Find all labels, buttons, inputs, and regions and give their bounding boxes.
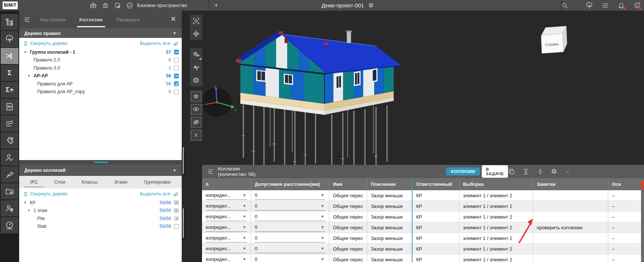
collision-tab-IFC[interactable]: IFC [29,178,38,186]
table-row[interactable]: еопредел...▼0▼Общее пересЗазор меньшеКРэ… [202,222,644,233]
collapse-tree-link[interactable]: Свернуть дерево [24,41,68,46]
project-tree-icon[interactable] [585,1,593,10]
chevron-down-icon[interactable]: ▼ [243,236,247,240]
tree-row[interactable]: Правило 2.0 0 [19,56,182,64]
tree-row[interactable]: Правило для АР 56 [19,80,182,88]
chevron-down-icon[interactable]: ▼ [243,247,247,251]
app-logo[interactable]: BiMiT [3,1,18,9]
dropdown-value[interactable]: 0 [255,224,257,230]
tree-menu-icon[interactable] [24,16,31,23]
select-all-link[interactable]: Выделить всё [140,41,179,46]
nature-tree-icon[interactable] [1,31,18,47]
chevron-down-icon[interactable]: ▼ [321,236,325,240]
gauge-icon[interactable] [1,217,18,233]
checkbox[interactable] [174,58,179,63]
sigma-icon[interactable]: Σ [1,65,18,81]
collision-tab-Этажи[interactable]: Этажи [113,178,128,186]
2d-drawing-icon[interactable]: 2D [1,99,18,115]
splitter-handle[interactable] [94,162,108,163]
collision-tree-header[interactable]: Дерево коллизий ▼ [19,164,182,176]
caret-down-icon[interactable]: ▼ [27,209,34,212]
close-icon[interactable]: ✕ [169,15,177,23]
chevron-down-icon[interactable] [564,169,570,174]
copy-icon[interactable] [508,168,515,175]
column-header-type[interactable]: п [202,178,251,190]
panel-scrollbar-lower[interactable] [183,208,184,238]
tree-row[interactable]: ▼ 1 этаж 56/56 [19,207,182,215]
table-scrollbar-thumb[interactable] [641,180,644,190]
panel-scrollbar[interactable] [183,147,184,174]
checkbox[interactable] [174,89,179,94]
collision-tab-Классы[interactable]: Классы [81,178,98,186]
dropdown-value[interactable]: еопредел... [206,214,231,219]
caret-down-icon[interactable]: ▼ [24,201,30,205]
checkbox[interactable] [174,50,179,54]
chevron-down-icon[interactable]: ▼ [243,257,247,261]
column-header-axes[interactable]: Оси [608,178,643,190]
rules-tree-header[interactable]: Дерево правил ▼ [19,28,182,38]
dropdown-value[interactable]: еопредел... [206,192,231,198]
collisions-toggle-button[interactable]: КОЛЛИЗИИ [446,167,480,176]
dropdown-value[interactable]: еопредел... [206,235,231,241]
chevron-down-icon[interactable]: ▼ [321,247,325,251]
hide-eye-off-icon[interactable] [190,116,202,128]
history-icon[interactable]: 10 [633,1,641,10]
puzzle-icon[interactable] [1,132,18,149]
checkbox[interactable] [174,224,179,229]
table-row[interactable]: еопредел...▼0▼Общее пересЗазор меньшеКРэ… [202,201,644,212]
clip-plane-icon[interactable] [190,61,202,74]
bell-icon[interactable] [617,1,625,10]
collapse-vertical-icon[interactable] [537,168,544,175]
table-row[interactable]: еопредел...▼0▼Общее пересЗазор меньшеКРэ… [202,254,644,262]
people-icon[interactable] [102,2,109,9]
workspace-selector[interactable]: Базовое пространство ▼ [137,0,218,11]
dropdown-value[interactable]: 0 [255,256,257,262]
table-row[interactable]: еопредел...▼0▼Общее пересЗазор меньшеКРэ… [202,212,644,222]
focus-frame-icon[interactable] [190,15,202,27]
dropdown-value[interactable]: 0 [255,192,257,198]
collision-shuffle-icon[interactable] [1,48,18,64]
list-icon[interactable] [601,1,609,10]
dropdown-value[interactable]: еопредел... [206,203,231,209]
check-circle-icon[interactable] [126,2,133,9]
shield-status-icon[interactable] [114,2,121,9]
checkbox[interactable] [174,216,179,221]
user-check-icon[interactable] [1,149,18,166]
tab-2[interactable]: Проверки [116,17,140,22]
chevron-down-icon[interactable]: ▼ [243,193,247,197]
collapse-tree-link[interactable]: Свернуть дерево [24,191,68,196]
tab-1[interactable]: Коллизии [79,17,103,22]
dropdown-value[interactable]: 0 [255,214,257,219]
checkbox[interactable] [174,200,179,205]
search-icon[interactable] [561,1,569,10]
nav-cube[interactable]: Справа [541,26,567,53]
column-header-dist[interactable]: Допустимое расстояние(мм) [251,178,329,190]
checkbox[interactable] [174,208,179,213]
dropdown-value[interactable]: еопредел... [206,246,231,251]
column-header-notes[interactable]: Заметки [533,178,608,190]
chevron-down-icon[interactable]: ▼ [243,204,247,208]
column-header-name[interactable]: Имя [329,178,367,190]
tree-menu-icon[interactable] [207,168,214,175]
folder-import-icon[interactable] [1,183,18,199]
tree-row[interactable]: ▼ Группа коллизий - 1 57 [19,48,182,56]
dropdown-value[interactable]: еопредел... [206,256,231,262]
chevron-down-icon[interactable]: ▼ [243,225,247,229]
in-task-toggle-button[interactable]: В ЗАДАЧЕ [482,165,508,178]
collision-tab-Слои[interactable]: Слои [53,178,66,186]
table-row[interactable]: еопредел...▼0▼Общее пересЗазор меньшеКРэ… [202,244,644,254]
caret-down-icon[interactable]: ▼ [24,50,30,54]
sigma-plus-icon[interactable]: Σ+ [1,82,18,98]
section-box-icon[interactable] [190,74,202,86]
tree-row[interactable]: Slab 56/56 [19,223,182,231]
briefcase-icon[interactable] [90,2,97,9]
dropdown-value[interactable]: 0 [255,246,257,251]
tab-0[interactable]: Настройки [40,17,66,22]
user-location-icon[interactable] [1,200,18,216]
select-all-link[interactable]: Выделить всё [140,191,179,196]
chart-waves-icon[interactable] [1,116,18,132]
model-tree-icon[interactable] [1,14,18,30]
column-header-resp[interactable]: Ответственный [412,178,459,190]
dropdown-value[interactable]: 0 [255,203,257,209]
collision-tab-Группировки[interactable]: Группировки [143,178,171,186]
